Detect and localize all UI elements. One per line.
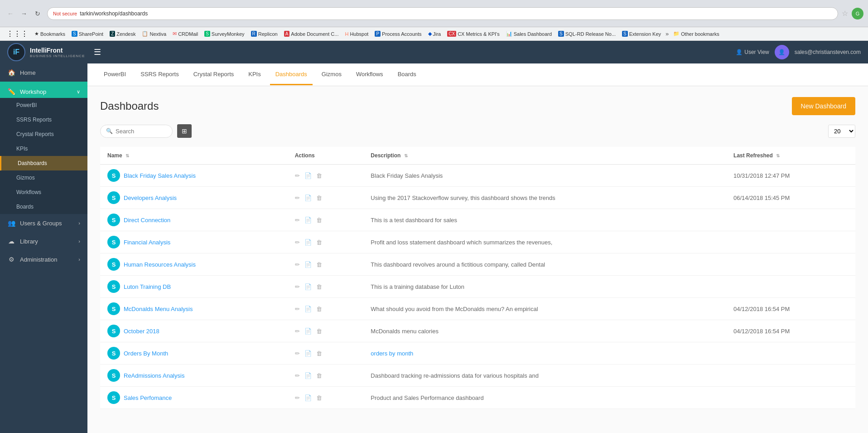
row-name-link[interactable]: Sales Perfomance <box>124 394 172 401</box>
copy-icon[interactable]: 📄 <box>304 261 312 268</box>
grid-view-button[interactable]: ⊞ <box>177 124 192 138</box>
delete-icon[interactable]: 🗑 <box>316 306 322 312</box>
delete-icon[interactable]: 🗑 <box>316 328 322 335</box>
more-bookmarks-icon[interactable]: » <box>665 30 669 37</box>
edit-icon[interactable]: ✏ <box>295 217 300 224</box>
tab-gizmos[interactable]: Gizmos <box>316 64 347 85</box>
copy-icon[interactable]: 📄 <box>304 372 312 379</box>
row-name-link[interactable]: Human Resources Analysis <box>124 261 196 268</box>
copy-icon[interactable]: 📄 <box>304 195 312 201</box>
copy-icon[interactable]: 📄 <box>304 350 312 357</box>
delete-icon[interactable]: 🗑 <box>316 261 322 268</box>
user-avatar[interactable]: 👤 <box>775 45 789 59</box>
edit-icon[interactable]: ✏ <box>295 283 300 290</box>
row-name-link[interactable]: Developers Analysis <box>124 195 177 201</box>
sidebar-item-workflows[interactable]: Workflows <box>0 185 87 199</box>
sidebar-item-library[interactable]: ☁ Library › <box>0 232 87 250</box>
sidebar-item-crystal-reports[interactable]: Crystal Reports <box>0 127 87 141</box>
bookmark-sales-dashboard[interactable]: 📊 Sales Dashboard <box>503 30 555 38</box>
search-input[interactable] <box>116 128 161 135</box>
profile-icon[interactable]: G <box>852 8 863 19</box>
row-name-link[interactable]: Luton Training DB <box>124 283 171 290</box>
edit-icon[interactable]: ✏ <box>295 172 300 179</box>
delete-icon[interactable]: 🗑 <box>316 350 322 357</box>
name-sort-icon[interactable]: ⇅ <box>125 153 129 158</box>
bookmark-zendesk[interactable]: Z Zendesk <box>107 30 138 38</box>
tab-powerbi[interactable]: PowerBI <box>98 64 131 85</box>
edit-icon[interactable]: ✏ <box>295 372 300 379</box>
edit-icon[interactable]: ✏ <box>295 350 300 357</box>
new-dashboard-button[interactable]: New Dashboard <box>792 97 855 115</box>
tab-kpis[interactable]: KPIs <box>243 64 266 85</box>
sidebar-item-boards[interactable]: Boards <box>0 199 87 214</box>
delete-icon[interactable]: 🗑 <box>316 283 322 290</box>
sidebar-item-users-groups[interactable]: 👥 Users & Groups › <box>0 214 87 232</box>
tab-ssrs-reports[interactable]: SSRS Reports <box>135 64 184 85</box>
sidebar-item-kpis[interactable]: KPIs <box>0 141 87 156</box>
row-name-link[interactable]: Direct Connection <box>124 217 170 224</box>
description-link[interactable]: orders by month <box>371 350 413 357</box>
delete-icon[interactable]: 🗑 <box>316 239 322 246</box>
reload-button[interactable]: ↻ <box>32 8 43 19</box>
bookmark-crdmail[interactable]: ✉ CRDMail <box>170 30 201 38</box>
sidebar-item-home[interactable]: 🏠 Home <box>0 63 87 82</box>
bookmark-jira[interactable]: ◆ Jira <box>425 30 444 38</box>
desc-sort-icon[interactable]: ⇅ <box>404 153 408 158</box>
tab-crystal-reports[interactable]: Crystal Reports <box>188 64 240 85</box>
delete-icon[interactable]: 🗑 <box>316 172 322 179</box>
bookmark-adobe[interactable]: A Adobe Document C... <box>281 30 342 38</box>
row-name-link[interactable]: McDonalds Menu Analysis <box>124 306 193 312</box>
star-icon[interactable]: ☆ <box>842 9 848 18</box>
row-name-link[interactable]: October 2018 <box>124 328 159 335</box>
bookmark-process-accounts[interactable]: P Process Accounts <box>372 30 424 38</box>
edit-icon[interactable]: ✏ <box>295 306 300 312</box>
sidebar-item-administration[interactable]: ⚙ Administration › <box>0 250 87 268</box>
copy-icon[interactable]: 📄 <box>304 283 312 290</box>
edit-icon[interactable]: ✏ <box>295 328 300 335</box>
refresh-sort-icon[interactable]: ⇅ <box>776 153 780 158</box>
edit-icon[interactable]: ✏ <box>295 261 300 268</box>
copy-icon[interactable]: 📄 <box>304 217 312 224</box>
address-bar[interactable]: Not secure tarkin/workshop/dashboards <box>47 7 838 20</box>
copy-icon[interactable]: 📄 <box>304 239 312 246</box>
bookmark-surveymonkey[interactable]: S SurveyMonkey <box>202 30 247 38</box>
delete-icon[interactable]: 🗑 <box>316 394 322 401</box>
edit-icon[interactable]: ✏ <box>295 195 300 201</box>
row-name-link[interactable]: ReAdmissions Analysis <box>124 372 184 379</box>
tab-boards[interactable]: Boards <box>392 64 422 85</box>
back-button[interactable]: ← <box>5 8 16 19</box>
delete-icon[interactable]: 🗑 <box>316 217 322 224</box>
delete-icon[interactable]: 🗑 <box>316 372 322 379</box>
apps-icon[interactable]: ⋮⋮⋮ <box>4 29 31 39</box>
tab-dashboards[interactable]: Dashboards <box>270 64 313 85</box>
hamburger-button[interactable]: ☰ <box>94 47 101 57</box>
edit-icon[interactable]: ✏ <box>295 394 300 401</box>
sidebar-item-ssrs-reports[interactable]: SSRS Reports <box>0 112 87 127</box>
bookmark-cx-metrics[interactable]: CX CX Metrics & KPI's <box>444 30 502 38</box>
bookmark-nextiva[interactable]: 📋 Nextiva <box>139 30 169 38</box>
copy-icon[interactable]: 📄 <box>304 394 312 401</box>
forward-button[interactable]: → <box>18 8 30 19</box>
copy-icon[interactable]: 📄 <box>304 172 312 179</box>
tab-workflows[interactable]: Workflows <box>351 64 389 85</box>
bookmark-sharepoint[interactable]: S SharePoint <box>69 30 106 38</box>
row-name-link[interactable]: Financial Analysis <box>124 239 170 246</box>
delete-icon[interactable]: 🗑 <box>316 195 322 201</box>
bookmark-hubspot[interactable]: H Hubspot <box>342 30 371 38</box>
bookmark-bookmarks[interactable]: ★ Bookmarks <box>32 30 68 38</box>
sidebar-item-gizmos[interactable]: Gizmos <box>0 170 87 185</box>
bookmark-sql-rd[interactable]: S SQL-RD Release No... <box>555 30 618 38</box>
row-name-link[interactable]: Black Friday Sales Analysis <box>124 172 196 179</box>
copy-icon[interactable]: 📄 <box>304 306 312 312</box>
user-view-button[interactable]: 👤 User View <box>736 49 769 55</box>
sidebar-item-dashboards[interactable]: Dashboards <box>0 156 87 170</box>
sidebar-item-powerbi[interactable]: PowerBI <box>0 98 87 112</box>
edit-icon[interactable]: ✏ <box>295 239 300 246</box>
copy-icon[interactable]: 📄 <box>304 328 312 335</box>
sidebar-item-workshop[interactable]: ✏️ Workshop ∨ <box>0 82 87 98</box>
per-page-select[interactable]: 20 50 100 <box>828 125 855 138</box>
bookmark-extension-key[interactable]: S Extension Key <box>619 30 664 38</box>
bookmark-other[interactable]: 📁 Other bookmarks <box>670 30 722 38</box>
bookmark-replicon[interactable]: R Replicon <box>248 30 280 38</box>
row-name-link[interactable]: Orders By Month <box>124 350 168 357</box>
